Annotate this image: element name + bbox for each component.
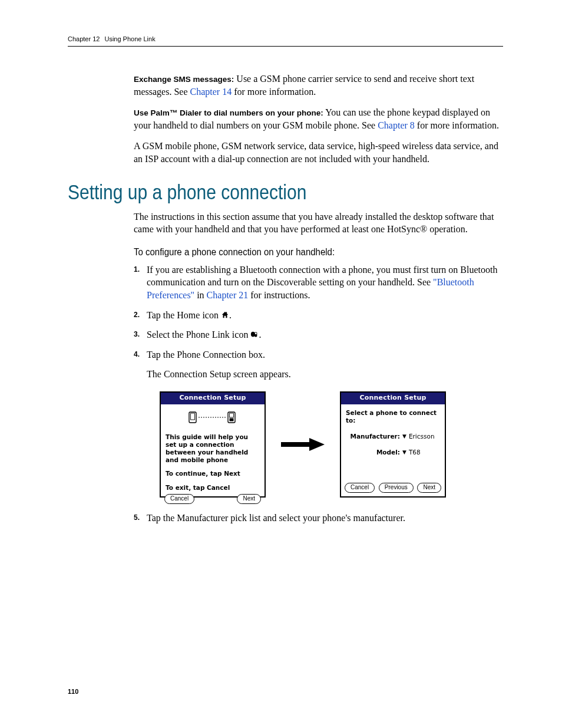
heading-setting-up: Setting up a phone connection (68, 180, 503, 203)
palm-model-label: Model: (346, 449, 400, 456)
chapter-label: Chapter 12 (68, 35, 100, 42)
bold-label: Exchange SMS messages: (134, 75, 234, 84)
manual-page: Chapter 12Using Phone Link Exchange SMS … (0, 0, 562, 728)
svg-rect-3 (255, 333, 257, 335)
running-header: Chapter 12Using Phone Link (68, 35, 503, 42)
arrow-right-icon (280, 436, 326, 453)
palm-next-button[interactable]: Next (237, 494, 261, 504)
paragraph-exchange-sms: Exchange SMS messages: Use a GSM phone c… (134, 73, 503, 98)
subheading-configure: To configure a phone connection on your … (134, 246, 503, 257)
svg-rect-9 (230, 418, 234, 421)
step-number: 2. (134, 310, 140, 319)
paragraph-palm-dialer: Use Palm™ Dialer to dial numbers on your… (134, 106, 503, 131)
palm-screen-wizard: Connection Setup (160, 391, 266, 498)
chapter-title: Using Phone Link (104, 35, 155, 42)
svg-point-1 (251, 332, 255, 337)
link-chapter-8[interactable]: Chapter 8 (378, 120, 415, 130)
palm-screen-select-phone: Connection Setup Select a phone to conne… (340, 391, 446, 498)
steps-list: 1. If you are establishing a Bluetooth c… (134, 263, 503, 525)
svg-rect-4 (189, 412, 196, 423)
palm-model-row: Model: ▼ T68 (346, 449, 440, 456)
paragraph-gsm-disclaimer: A GSM mobile phone, GSM network service,… (134, 140, 503, 165)
palm-next-button[interactable]: Next (417, 483, 441, 493)
svg-rect-8 (230, 413, 234, 417)
step-number: 3. (134, 330, 140, 339)
svg-rect-5 (191, 413, 195, 420)
palm-manufacturer-value[interactable]: Ericsson (409, 433, 435, 440)
step-4-sub: The Connection Setup screen appears. (147, 368, 503, 381)
palm-wizard-text-3: To exit, tap Cancel (166, 484, 260, 492)
svg-rect-0 (226, 312, 227, 314)
palm-model-value[interactable]: T68 (409, 449, 421, 456)
palm-manufacturer-row: Manufacturer: ▼ Ericsson (346, 433, 440, 440)
paragraph-intro: The instructions in this section assume … (134, 210, 503, 236)
page-number: 110 (68, 688, 78, 695)
palm-wizard-graphic (166, 410, 260, 426)
palm-wizard-text-2: To continue, tap Next (166, 470, 260, 477)
bold-label: Use Palm™ Dialer to dial numbers on your… (134, 108, 323, 117)
palm-wizard-text-1: This guide will help you set up a connec… (166, 433, 260, 465)
link-chapter-21[interactable]: Chapter 21 (207, 290, 249, 300)
step-3: 3. Select the Phone Link icon . (134, 328, 503, 341)
step-5: 5. Tap the Manufacturer pick list and se… (134, 512, 503, 525)
dropdown-icon[interactable]: ▼ (402, 449, 406, 456)
step-1: 1. If you are establishing a Bluetooth c… (134, 263, 503, 302)
header-rule (68, 46, 503, 47)
figure-connection-setup: Connection Setup (160, 391, 503, 498)
palm-title: Connection Setup (341, 393, 445, 404)
phone-link-icon (250, 329, 259, 337)
palm-cancel-button[interactable]: Cancel (345, 483, 375, 493)
svg-marker-11 (309, 438, 325, 451)
step-number: 1. (134, 265, 140, 274)
palm-title: Connection Setup (161, 393, 265, 404)
palm-cancel-button[interactable]: Cancel (164, 494, 194, 504)
step-2: 2. Tap the Home icon . (134, 309, 503, 322)
step-number: 4. (134, 350, 140, 359)
step-number: 5. (134, 513, 140, 522)
palm-manufacturer-label: Manufacturer: (346, 433, 400, 440)
svg-rect-10 (281, 442, 310, 447)
dropdown-icon[interactable]: ▼ (402, 433, 406, 440)
home-icon (221, 309, 229, 318)
palm-previous-button[interactable]: Previous (379, 483, 414, 493)
link-chapter-14[interactable]: Chapter 14 (190, 87, 232, 97)
step-4: 4. Tap the Phone Connection box. The Con… (134, 348, 503, 498)
palm-prompt: Select a phone to connect to: (346, 409, 440, 424)
